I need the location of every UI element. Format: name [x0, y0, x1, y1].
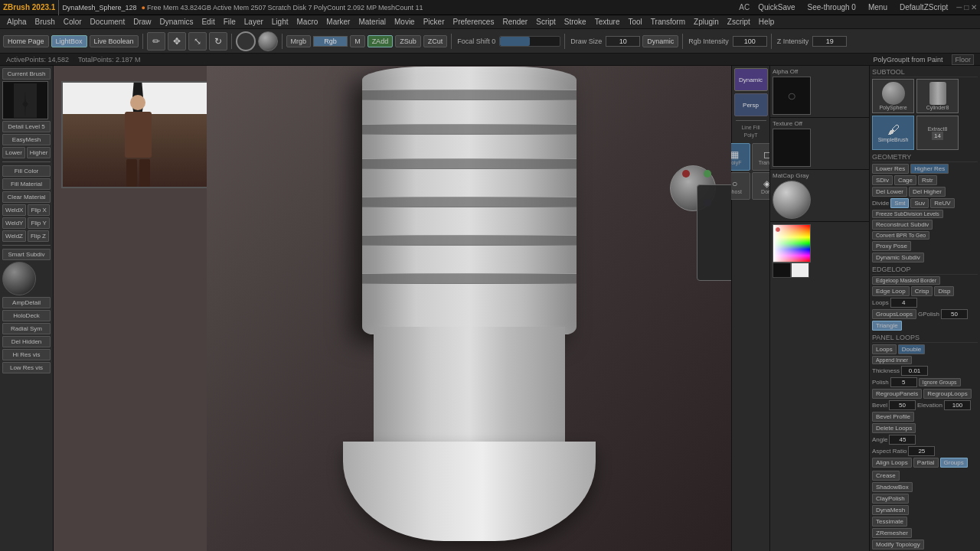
color-gradient-picker[interactable] [773, 224, 811, 262]
dynamic-btn-side[interactable]: Dynamic [734, 68, 768, 91]
partial-btn[interactable]: Partial [913, 458, 939, 468]
scale-mode-btn[interactable]: ⤡ [188, 32, 207, 51]
bevel-value[interactable]: 50 [889, 400, 916, 410]
persp-btn[interactable]: Persp [734, 93, 768, 116]
thickness-value[interactable]: 0.01 [901, 366, 928, 376]
del-hidden-btn[interactable]: Del Hidden [2, 336, 51, 347]
loops-btn[interactable]: Loops [872, 344, 897, 354]
weld-y-btn[interactable]: WeldY [2, 217, 26, 229]
convert-bpr-btn[interactable]: Convert BPR To Geo [872, 231, 929, 240]
rstr-btn[interactable]: Rstr [918, 175, 937, 185]
alpha-thumbnail[interactable]: ○ [773, 77, 811, 115]
m-btn[interactable]: M [350, 35, 365, 47]
low-res-vis-btn[interactable]: Low Res vis [2, 362, 51, 373]
flip-z-btn[interactable]: Flip Z [28, 230, 49, 242]
freeze-subdiv-btn[interactable]: Freeze SubDivision Levels [872, 210, 943, 218]
menu-alpha[interactable]: Alpha [3, 17, 31, 27]
higher-res-btn[interactable]: Higher Res [910, 164, 949, 174]
mrgb-btn[interactable]: Mrgb [286, 35, 312, 47]
menu-brush[interactable]: Brush [31, 17, 59, 27]
del-lower-btn[interactable]: Del Lower [872, 187, 907, 197]
menu-movie[interactable]: Movie [390, 17, 419, 27]
align-loops-btn[interactable]: Align Loops [872, 458, 912, 468]
quick-save-btn[interactable]: QuickSave [754, 2, 799, 12]
menu-document[interactable]: Document [87, 17, 129, 27]
reuv-btn[interactable]: ReUV [930, 198, 954, 208]
black-swatch[interactable] [773, 262, 791, 278]
simple-brush-thumb[interactable]: 🖌 SimpleBrush [872, 116, 914, 150]
regroup-loops-btn[interactable]: RegroupLoops [923, 389, 971, 399]
texture-thumbnail[interactable] [773, 129, 811, 167]
move-mode-btn[interactable]: ✥ [168, 32, 186, 51]
3d-viewport[interactable] [207, 66, 731, 551]
del-higher-btn[interactable]: Del Higher [909, 187, 946, 197]
lower-btn[interactable]: Lower [2, 147, 25, 158]
floor-btn[interactable]: Floor [952, 54, 974, 65]
fill-material-btn[interactable]: Fill Material [2, 178, 51, 190]
hi-res-vis-btn[interactable]: Hi Res vis [2, 349, 51, 360]
g-polish-value[interactable]: 50 [941, 309, 968, 319]
flip-y-btn[interactable]: Flip Y [28, 217, 49, 229]
rgb-value[interactable]: Rgb [313, 36, 348, 47]
proxy-pose-btn[interactable]: Proxy Pose [872, 241, 911, 251]
brush-thumbnail[interactable] [2, 81, 48, 119]
clear-material-btn[interactable]: Clear Material [2, 191, 51, 203]
menu-stroke[interactable]: Stroke [560, 17, 590, 27]
menu-help[interactable]: Help [755, 17, 779, 27]
suv-btn[interactable]: Suv [910, 198, 929, 208]
smt-btn[interactable]: Smt [890, 198, 909, 208]
material-sphere[interactable] [258, 31, 278, 51]
menu-macro[interactable]: Macro [293, 17, 322, 27]
menu-picker[interactable]: Picker [420, 17, 449, 27]
angle-value[interactable]: 45 [889, 435, 916, 445]
default-zscript-btn[interactable]: DefaultZScript [896, 2, 952, 12]
easy-mesh-btn[interactable]: EasyMesh [2, 134, 51, 145]
groups-btn[interactable]: Groups [940, 458, 968, 468]
groups-loops-btn[interactable]: GroupsLoops [872, 309, 916, 319]
menu-color[interactable]: Color [60, 17, 86, 27]
elevation-value[interactable]: 100 [944, 400, 971, 410]
zcut-btn[interactable]: ZCut [423, 35, 448, 47]
aspect-ratio-value[interactable]: 25 [908, 446, 935, 456]
reconstruct-subdiv-btn[interactable]: Reconstruct Subdiv [872, 220, 933, 230]
edge-loop-btn[interactable]: Edge Loop [872, 286, 910, 296]
canvas-viewport[interactable]: ⌾ Current Brush CurveStrapSnap Base Type… [54, 66, 731, 551]
rotate-mode-btn[interactable]: ↻ [209, 32, 227, 51]
polish-value[interactable]: 5 [890, 377, 917, 387]
smart-subdiv-btn[interactable]: Smart Subdiv [2, 249, 51, 260]
zremesher-btn[interactable]: ZRemesher [872, 528, 912, 538]
edgeloop-masked-btn[interactable]: Edgeloop Masked Border [872, 276, 940, 285]
detail-level-btn[interactable]: Detail Level 5 [2, 121, 51, 132]
live-boolean-btn[interactable]: Live Boolean [90, 35, 139, 47]
holo-deck-btn[interactable]: HoloDeck [2, 310, 51, 321]
focal-shift-slider[interactable] [499, 36, 560, 47]
ignore-groups-btn[interactable]: Ignore Groups [919, 378, 961, 386]
menu-zplugin[interactable]: Zplugin [690, 17, 723, 27]
fill-color-btn[interactable]: Fill Color [2, 165, 51, 177]
menu-transform[interactable]: Transform [647, 17, 689, 27]
menu-layer[interactable]: Layer [240, 17, 267, 27]
home-page-btn[interactable]: Home Page [3, 35, 49, 47]
flip-x-btn[interactable]: Flip X [28, 204, 49, 216]
higher-btn[interactable]: Higher [27, 147, 51, 158]
cylinder8-thumb[interactable]: Cylinder8 [916, 79, 959, 113]
menu-material[interactable]: Material [354, 17, 390, 27]
crease-btn[interactable]: Crease [872, 471, 900, 481]
menu-draw[interactable]: Draw [129, 17, 155, 27]
matcap-sphere[interactable] [773, 181, 811, 219]
delete-loops-btn[interactable]: Delete Loops [872, 423, 916, 433]
modify-topology-btn[interactable]: Modify Topology [872, 540, 924, 549]
tessimate-btn[interactable]: Tessimate [872, 517, 907, 527]
claypolish-btn[interactable]: ClayPolish [872, 494, 909, 504]
triangle-btn[interactable]: Triangle [872, 321, 902, 331]
see-through-btn[interactable]: See-through 0 [804, 2, 860, 12]
zsub-btn[interactable]: ZSub [395, 35, 421, 47]
menu-tool[interactable]: Tool [624, 17, 645, 27]
draw-size-value[interactable]: 10 [606, 36, 640, 47]
amp-detail-sphere[interactable] [2, 262, 36, 295]
lightbox-btn[interactable]: LightBox [51, 35, 87, 47]
menu-dynamics[interactable]: Dynamics [156, 17, 198, 27]
append-inner-btn[interactable]: Append Inner [872, 356, 912, 364]
menu-script[interactable]: Script [532, 17, 560, 27]
menu-marker[interactable]: Marker [322, 17, 354, 27]
